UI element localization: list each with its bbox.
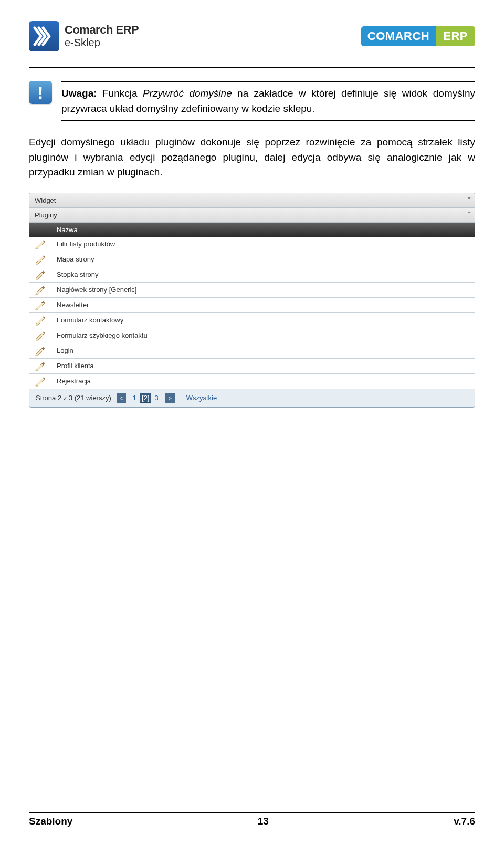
pencil-icon	[35, 330, 46, 341]
footer-version: v.7.6	[454, 816, 475, 827]
edit-button[interactable]	[29, 283, 51, 297]
note-text: Uwaga: Funkcja Przywróć domyślne na zakł…	[61, 81, 475, 121]
edit-button[interactable]	[29, 359, 51, 373]
document-header: Comarch ERP e-Sklep COMARCH ERP	[29, 21, 475, 51]
row-name: Mapa strony	[51, 252, 475, 266]
edit-button[interactable]	[29, 298, 51, 312]
chevron-down-icon: ˅˅	[467, 196, 469, 204]
widget-section-header[interactable]: Widget ˅˅	[29, 193, 475, 208]
table-row: Formularz kontaktowy	[29, 313, 475, 328]
note-callout: ! Uwaga: Funkcja Przywróć domyślne na za…	[29, 81, 475, 121]
table-row: Profil klienta	[29, 359, 475, 374]
footer-left: Szablony	[29, 816, 72, 827]
pager-page-link[interactable]: 1	[133, 394, 136, 402]
edit-button[interactable]	[29, 343, 51, 358]
edit-button[interactable]	[29, 313, 51, 328]
row-name: Nagłówek strony [Generic]	[51, 283, 475, 297]
table-row: Nagłówek strony [Generic]	[29, 283, 475, 298]
row-name: Stopka strony	[51, 267, 475, 281]
erp-badge: COMARCH ERP	[361, 26, 475, 46]
header-divider	[29, 67, 475, 68]
row-name: Profil klienta	[51, 359, 475, 373]
brand-title: Comarch ERP	[65, 24, 139, 36]
grid-header-name: Nazwa	[51, 223, 475, 237]
row-name: Formularz szybkiego kontaktu	[51, 328, 475, 342]
widget-section-title: Widget	[35, 196, 56, 204]
chevron-logo-icon	[29, 21, 59, 51]
table-row: Newsletter	[29, 298, 475, 313]
body-paragraph: Edycji domyślnego układu pluginów dokonu…	[29, 135, 475, 180]
pencil-icon	[35, 254, 46, 265]
edit-button[interactable]	[29, 267, 51, 282]
row-name: Rejestracja	[51, 374, 475, 388]
plugins-section-header[interactable]: Pluginy ˄˄	[29, 208, 475, 223]
table-row: Rejestracja	[29, 374, 475, 389]
edit-button[interactable]	[29, 237, 51, 252]
plugins-panel: Widget ˅˅ Pluginy ˄˄ Nazwa Filtr listy p…	[29, 193, 475, 408]
badge-comarch: COMARCH	[361, 26, 436, 46]
brand-logo-left: Comarch ERP e-Sklep	[29, 21, 139, 51]
badge-erp: ERP	[436, 26, 475, 46]
brand-subtitle: e-Sklep	[65, 37, 139, 49]
grid-header-edit-col	[29, 223, 51, 237]
pencil-icon	[35, 346, 46, 356]
pencil-icon	[35, 300, 46, 310]
page-footer: Szablony 13 v.7.6	[29, 812, 475, 827]
plugins-section-title: Pluginy	[35, 211, 57, 219]
row-name: Newsletter	[51, 298, 475, 312]
pager-bar: Strona 2 z 3 (21 wierszy) < 1[2]3 > Wszy…	[29, 389, 475, 407]
pager-page-link[interactable]: 3	[154, 394, 158, 402]
row-name: Filtr listy produktów	[51, 237, 475, 251]
pencil-icon	[35, 269, 46, 280]
pager-next-button[interactable]: >	[165, 393, 175, 403]
pager-page-link[interactable]: [2]	[140, 393, 151, 403]
row-name: Formularz kontaktowy	[51, 313, 475, 327]
row-name: Login	[51, 343, 475, 358]
pager-prev-button[interactable]: <	[117, 393, 126, 403]
table-row: Formularz szybkiego kontaktu	[29, 328, 475, 343]
note-italic: Przywróć domyślne	[143, 88, 232, 99]
chevron-up-icon: ˄˄	[467, 211, 469, 218]
note-label: Uwaga:	[61, 88, 97, 99]
pencil-icon	[35, 376, 46, 387]
pencil-icon	[35, 239, 46, 249]
table-row: Stopka strony	[29, 267, 475, 283]
footer-page-number: 13	[258, 816, 269, 827]
pencil-icon	[35, 361, 46, 371]
pencil-icon	[35, 285, 46, 295]
exclamation-icon: !	[29, 81, 52, 104]
edit-button[interactable]	[29, 252, 51, 267]
table-row: Filtr listy produktów	[29, 237, 475, 252]
table-row: Mapa strony	[29, 252, 475, 267]
pencil-icon	[35, 315, 46, 326]
edit-button[interactable]	[29, 328, 51, 343]
edit-button[interactable]	[29, 374, 51, 389]
note-prefix: Funkcja	[102, 88, 143, 99]
pager-all-link[interactable]: Wszystkie	[186, 394, 217, 402]
table-row: Login	[29, 343, 475, 359]
pager-summary: Strona 2 z 3 (21 wierszy)	[36, 394, 111, 402]
grid-header: Nazwa	[29, 223, 475, 237]
